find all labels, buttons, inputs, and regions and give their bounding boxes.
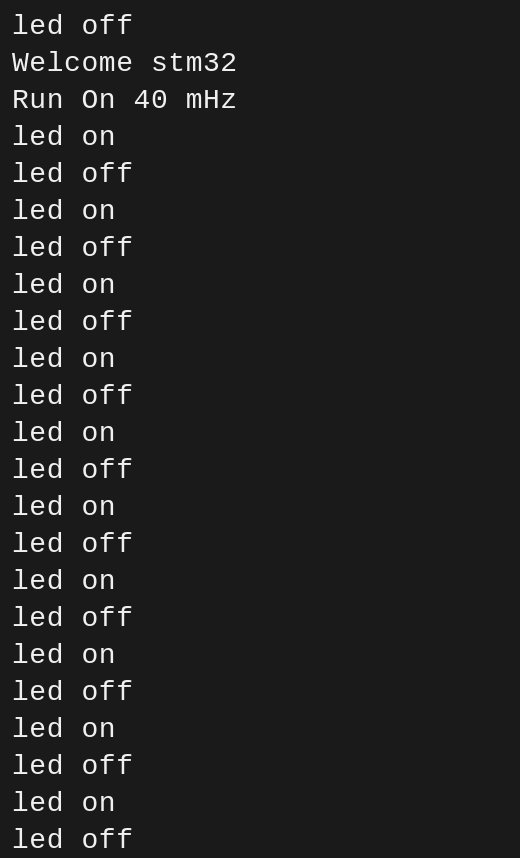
- terminal-line: led off: [12, 378, 508, 415]
- terminal-line: led on: [12, 415, 508, 452]
- terminal-line: led on: [12, 119, 508, 156]
- terminal-line: led on: [12, 193, 508, 230]
- terminal-line: led on: [12, 341, 508, 378]
- terminal-line: led off: [12, 822, 508, 858]
- terminal-line: led on: [12, 785, 508, 822]
- terminal-window: led offWelcome stm32Run On 40 mHzled onl…: [0, 0, 520, 858]
- terminal-line: led off: [12, 452, 508, 489]
- terminal-line: led off: [12, 230, 508, 267]
- terminal-line: led on: [12, 489, 508, 526]
- terminal-line: led off: [12, 748, 508, 785]
- terminal-line: led on: [12, 267, 508, 304]
- terminal-line: led on: [12, 711, 508, 748]
- terminal-line: led on: [12, 563, 508, 600]
- terminal-line: led on: [12, 637, 508, 674]
- terminal-line: led off: [12, 304, 508, 341]
- terminal-line: Run On 40 mHz: [12, 82, 508, 119]
- terminal-line: led off: [12, 156, 508, 193]
- terminal-line: Welcome stm32: [12, 45, 508, 82]
- terminal-line: led off: [12, 526, 508, 563]
- terminal-line: led off: [12, 8, 508, 45]
- terminal-line: led off: [12, 674, 508, 711]
- terminal-line: led off: [12, 600, 508, 637]
